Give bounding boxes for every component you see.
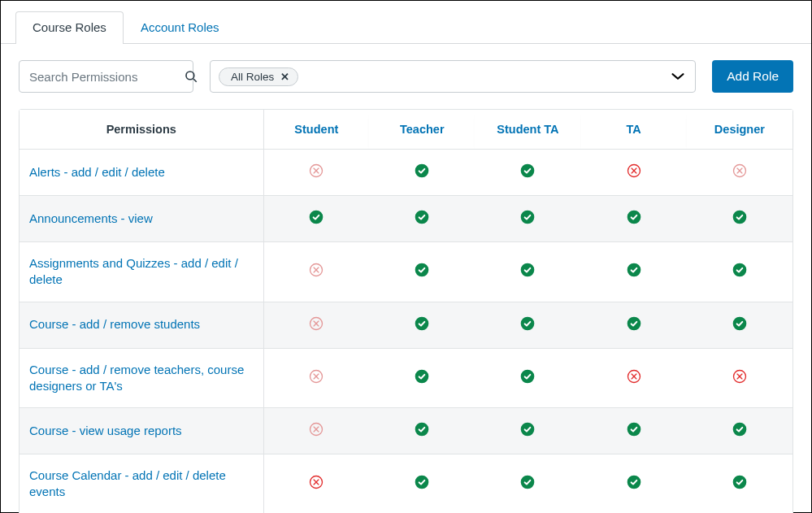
permission-cell	[687, 454, 792, 514]
header-role[interactable]: TA	[581, 110, 687, 150]
check-circle-icon[interactable]	[519, 315, 536, 332]
filter-chip-label: All Roles	[231, 71, 274, 83]
chevron-down-icon	[669, 67, 687, 85]
header-role[interactable]: Designer	[687, 110, 792, 150]
table-row: Alerts - add / edit / delete	[20, 150, 792, 196]
permission-link[interactable]: Announcements - view	[29, 211, 153, 227]
check-circle-icon[interactable]	[732, 421, 748, 437]
permission-cell	[581, 242, 687, 302]
check-circle-icon[interactable]	[732, 315, 748, 332]
check-circle-icon[interactable]	[414, 474, 430, 490]
permission-cell	[475, 242, 580, 302]
permission-cell	[581, 408, 687, 454]
toolbar: All Roles ✕ Add Role	[1, 44, 811, 109]
tab-account-roles[interactable]: Account Roles	[124, 11, 237, 44]
permission-cell	[687, 302, 792, 348]
check-circle-icon[interactable]	[626, 421, 642, 437]
tabs-bar: Course Roles Account Roles	[1, 1, 811, 44]
permission-cell	[263, 242, 369, 302]
check-circle-icon[interactable]	[732, 262, 748, 278]
x-circle-icon[interactable]	[308, 421, 324, 437]
x-circle-icon[interactable]	[308, 474, 324, 490]
search-input[interactable]	[29, 70, 184, 84]
permission-cell	[475, 302, 580, 348]
check-circle-icon[interactable]	[414, 262, 430, 278]
table-header-row: Permissions Student Teacher Student TA T…	[20, 110, 792, 150]
permission-cell	[687, 348, 792, 408]
permission-cell	[687, 150, 792, 196]
permission-cell	[369, 242, 475, 302]
tab-label: Course Roles	[33, 20, 106, 34]
permission-cell	[369, 408, 475, 454]
permission-link[interactable]: Course - view usage reports	[29, 423, 182, 439]
search-container	[19, 60, 193, 93]
filter-chip: All Roles ✕	[219, 67, 298, 86]
x-circle-icon[interactable]	[626, 368, 642, 385]
permission-cell	[475, 150, 580, 196]
close-icon[interactable]: ✕	[280, 71, 289, 83]
page-container: Course Roles Account Roles All Roles ✕	[0, 0, 812, 513]
permission-cell	[263, 454, 369, 514]
check-circle-icon[interactable]	[414, 163, 430, 179]
search-icon	[184, 69, 198, 84]
permission-cell	[581, 196, 687, 242]
permission-link[interactable]: Course - add / remove teachers, course d…	[29, 362, 254, 395]
x-circle-icon[interactable]	[308, 368, 324, 385]
permission-cell	[475, 454, 580, 514]
check-circle-icon[interactable]	[626, 315, 642, 332]
check-circle-icon[interactable]	[414, 368, 430, 385]
permissions-table: Permissions Student Teacher Student TA T…	[20, 110, 792, 513]
tab-course-roles[interactable]: Course Roles	[15, 11, 124, 44]
check-circle-icon[interactable]	[519, 163, 536, 179]
permission-link[interactable]: Course Calendar - add / edit / delete ev…	[29, 467, 254, 501]
add-role-button[interactable]: Add Role	[712, 60, 793, 93]
permission-cell	[475, 408, 580, 454]
table-row: Course - add / remove students	[20, 302, 792, 348]
permission-cell	[263, 196, 369, 242]
x-circle-icon[interactable]	[732, 368, 748, 385]
permission-cell	[581, 454, 687, 514]
permission-link[interactable]: Alerts - add / edit / delete	[29, 164, 165, 180]
check-circle-icon[interactable]	[519, 209, 536, 225]
header-permissions: Permissions	[20, 110, 263, 150]
role-filter-dropdown[interactable]: All Roles ✕	[210, 60, 696, 93]
check-circle-icon[interactable]	[519, 421, 536, 437]
permission-cell	[581, 150, 687, 196]
button-label: Add Role	[727, 69, 779, 83]
check-circle-icon[interactable]	[414, 209, 430, 225]
check-circle-icon[interactable]	[519, 262, 536, 278]
tab-label: Account Roles	[141, 20, 219, 34]
permission-cell	[369, 150, 475, 196]
table-row: Course Calendar - add / edit / delete ev…	[20, 454, 792, 514]
permission-cell	[263, 302, 369, 348]
svg-point-0	[186, 72, 194, 80]
permission-cell	[581, 348, 687, 408]
check-circle-icon[interactable]	[519, 368, 536, 385]
permission-cell	[475, 348, 580, 408]
permission-link[interactable]: Course - add / remove students	[29, 316, 200, 333]
table-row: Assignments and Quizzes - add / edit / d…	[20, 242, 792, 302]
check-circle-icon[interactable]	[519, 474, 536, 490]
permission-cell	[263, 150, 369, 196]
check-circle-icon[interactable]	[626, 474, 642, 490]
permission-cell	[687, 242, 792, 302]
x-circle-icon[interactable]	[308, 315, 324, 332]
check-circle-icon[interactable]	[308, 209, 324, 225]
x-circle-icon[interactable]	[626, 163, 642, 179]
x-circle-icon[interactable]	[308, 262, 324, 278]
check-circle-icon[interactable]	[626, 262, 642, 278]
check-circle-icon[interactable]	[414, 421, 430, 437]
check-circle-icon[interactable]	[414, 315, 430, 332]
header-role[interactable]: Student	[263, 110, 369, 150]
check-circle-icon[interactable]	[732, 209, 748, 225]
check-circle-icon[interactable]	[732, 474, 748, 490]
x-circle-icon[interactable]	[308, 163, 324, 179]
check-circle-icon[interactable]	[626, 209, 642, 225]
permission-link[interactable]: Assignments and Quizzes - add / edit / d…	[29, 255, 254, 289]
permission-cell	[369, 196, 475, 242]
permission-cell	[475, 196, 580, 242]
x-circle-icon[interactable]	[732, 163, 748, 179]
header-role[interactable]: Student TA	[475, 110, 580, 150]
header-role[interactable]: Teacher	[369, 110, 475, 150]
permission-cell	[369, 348, 475, 408]
